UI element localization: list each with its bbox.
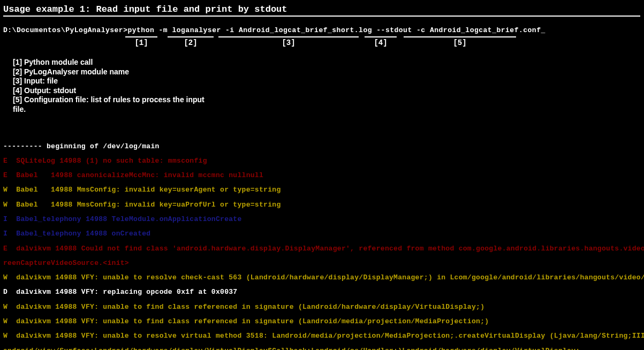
log-line: W Babel 14988 MmsConfig: invalid key=use… (3, 186, 641, 194)
log-line: android/view/Surface;Landroid/hardware/d… (3, 347, 641, 350)
ref-3: [3] (218, 36, 359, 47)
log-line: E Babel 14988 canonicalizeMccMnc: invali… (3, 172, 641, 179)
legend-1: [1] Python module call (13, 58, 641, 67)
reference-markers: [1] [2] [3] [4] [5] (3, 36, 641, 50)
log-output: --------- beginning of /dev/log/main E S… (3, 135, 641, 350)
log-line: I Babel_telephony 14988 TeleModule.onApp… (3, 216, 641, 223)
log-line: W Babel 14988 MmsConfig: invalid key=uaP… (3, 201, 641, 209)
log-line: W dalvikvm 14988 VFY: unable to find cla… (3, 318, 641, 325)
log-line: E SQLiteLog 14988 (1) no such table: mms… (3, 157, 641, 165)
log-line: W dalvikvm 14988 VFY: unable to resolve … (3, 332, 641, 340)
command-line: D:\Documentos\PyLogAnalyser>python -m lo… (3, 26, 641, 34)
log-line: E dalvikvm 14988 Could not find class 'a… (3, 245, 641, 253)
legend-5: [5] Configuration file: list of rules to… (13, 95, 641, 105)
ref-1: [1] (125, 36, 157, 47)
legend-4: [4] Output: stdout (13, 86, 641, 96)
log-line: reenCaptureVideoSource.<init> (3, 260, 641, 267)
page-title: Usage example 1: Read input file and pri… (3, 4, 640, 17)
legend-3: [3] Input: file (13, 77, 641, 86)
log-line: --------- beginning of /dev/log/main (3, 143, 641, 150)
log-line: I Babel_telephony 14988 onCreated (3, 230, 641, 238)
ref-4: [4] (365, 36, 397, 47)
ref-5: [5] (404, 36, 516, 47)
legend: [1] Python module call [2] PyLogAnalyser… (3, 58, 641, 114)
log-line: W dalvikvm 14988 VFY: unable to resolve … (3, 274, 641, 281)
ref-2: [2] (168, 36, 214, 47)
legend-2: [2] PyLogAnalyser module name (13, 67, 641, 77)
log-line: D dalvikvm 14988 VFY: replacing opcode 0… (3, 288, 641, 296)
log-line: W dalvikvm 14988 VFY: unable to find cla… (3, 303, 641, 311)
legend-5b: file. (13, 105, 641, 115)
